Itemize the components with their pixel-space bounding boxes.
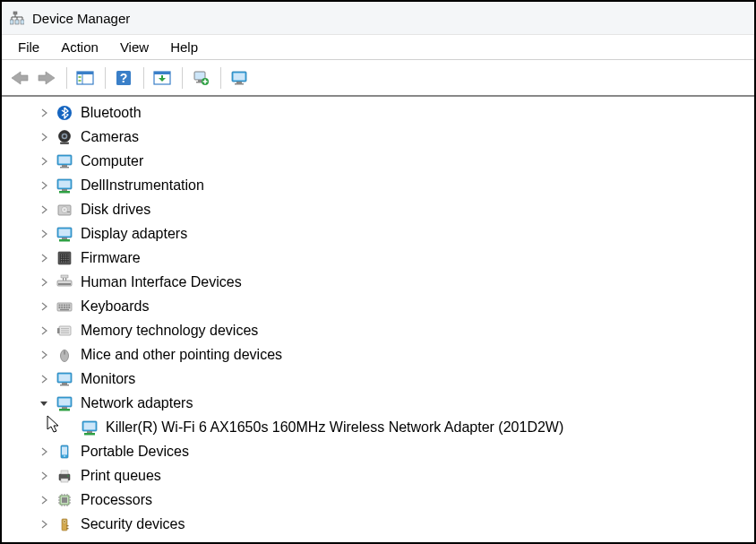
chevron-right-icon[interactable] <box>38 252 50 264</box>
menu-view[interactable]: View <box>109 38 159 56</box>
menubar: File Action View Help <box>2 35 754 60</box>
portable-icon <box>56 443 73 461</box>
tree-item-label: Bluetooth <box>81 105 142 121</box>
help-button[interactable]: ? <box>111 65 136 91</box>
bluetooth-icon <box>56 104 73 122</box>
chevron-right-icon[interactable] <box>38 155 50 168</box>
titlebar: Device Manager <box>2 2 754 35</box>
toolbar-separator <box>143 67 144 89</box>
toolbar-separator <box>105 67 106 89</box>
tree-item-label: Disk drives <box>81 202 150 218</box>
svg-rect-7 <box>15 20 19 24</box>
tree-item[interactable]: Keyboards <box>2 294 754 318</box>
chevron-right-icon[interactable] <box>38 470 50 482</box>
chevron-right-icon[interactable] <box>38 518 50 531</box>
tree-item-label: Killer(R) Wi-Fi 6 AX1650s 160MHz Wireles… <box>106 419 563 436</box>
monitor-net-icon <box>56 177 73 194</box>
tree-item-label: Print queues <box>81 468 161 484</box>
svg-rect-8 <box>21 20 24 24</box>
disk-icon <box>56 201 73 219</box>
chevron-right-icon[interactable] <box>38 349 50 361</box>
tree-item-label: Mice and other pointing devices <box>81 347 282 363</box>
tree-item[interactable]: Security devices <box>2 512 754 536</box>
security-icon <box>56 515 73 533</box>
chevron-right-icon[interactable] <box>38 107 50 119</box>
tree-item[interactable]: Print queues <box>2 463 754 488</box>
monitor-net-icon <box>56 225 73 243</box>
mouse-icon <box>56 346 73 364</box>
tree-item[interactable]: Human Interface Devices <box>2 270 754 294</box>
chevron-right-icon[interactable] <box>38 179 50 192</box>
monitor-net-icon <box>56 394 73 412</box>
svg-rect-17 <box>154 72 170 74</box>
tree-item-child[interactable]: Killer(R) Wi-Fi 6 AX1650s 160MHz Wireles… <box>2 415 754 439</box>
svg-rect-24 <box>234 73 245 80</box>
chevron-right-icon[interactable] <box>38 373 50 385</box>
svg-rect-26 <box>235 83 244 85</box>
app-icon <box>9 10 25 26</box>
tree-item-label: Human Interface Devices <box>81 274 242 290</box>
tree-item[interactable]: Memory technology devices <box>2 318 754 342</box>
tree-item-label: DellInstrumentation <box>81 177 204 194</box>
tree-item[interactable]: Bluetooth <box>2 100 754 125</box>
toolbar-separator <box>66 67 67 89</box>
tree-item[interactable]: Network adapters <box>2 391 754 415</box>
tree-item[interactable]: Display adapters <box>2 221 754 246</box>
chevron-down-icon[interactable] <box>38 397 50 410</box>
add-legacy-hardware-button[interactable] <box>188 65 213 91</box>
svg-rect-13 <box>79 80 82 82</box>
keyboard-icon <box>56 298 73 315</box>
printer-icon <box>56 467 73 485</box>
firmware-icon <box>56 249 73 267</box>
tree-item-label: Processors <box>81 492 152 508</box>
toggle-console-tree-button[interactable] <box>73 65 98 91</box>
tree-item-label: Keyboards <box>81 298 150 315</box>
tree-item[interactable]: DellInstrumentation <box>2 173 754 197</box>
svg-rect-0 <box>13 12 17 14</box>
toolbar-separator <box>220 67 221 89</box>
chevron-right-icon[interactable] <box>38 324 50 337</box>
tree-item-label: Cameras <box>81 129 139 145</box>
tree-item-label: Network adapters <box>81 395 193 411</box>
tree-item[interactable]: Mice and other pointing devices <box>2 342 754 367</box>
device-tree[interactable]: BluetoothCamerasComputerDellInstrumentat… <box>2 97 754 542</box>
chevron-right-icon[interactable] <box>38 445 50 458</box>
chevron-right-icon <box>63 421 75 434</box>
scan-hardware-button[interactable] <box>150 65 175 91</box>
chevron-right-icon[interactable] <box>38 300 50 313</box>
svg-rect-10 <box>77 72 93 74</box>
tree-item[interactable]: Monitors <box>2 367 754 391</box>
chevron-right-icon[interactable] <box>38 228 50 240</box>
svg-rect-12 <box>79 76 82 78</box>
chevron-right-icon[interactable] <box>38 276 50 289</box>
menu-help[interactable]: Help <box>159 38 209 56</box>
forward-button[interactable] <box>34 65 59 91</box>
tree-item[interactable]: Portable Devices <box>2 439 754 463</box>
cpu-icon <box>56 491 73 509</box>
camera-icon <box>56 128 73 146</box>
monitor-icon <box>56 152 73 170</box>
memory-icon <box>56 322 73 340</box>
menu-file[interactable]: File <box>7 38 50 56</box>
tree-item-label: Firmware <box>81 250 141 266</box>
tree-item-label: Security devices <box>81 516 185 532</box>
chevron-right-icon[interactable] <box>38 203 50 216</box>
tree-item-label: Memory technology devices <box>81 323 258 339</box>
tree-item[interactable]: Cameras <box>2 125 754 149</box>
back-button[interactable] <box>7 65 32 91</box>
tree-item[interactable]: Firmware <box>2 246 754 270</box>
tree-item[interactable]: Processors <box>2 488 754 512</box>
tree-item-label: Computer <box>81 153 143 169</box>
monitor-icon <box>56 370 73 388</box>
show-hidden-devices-button[interactable] <box>227 65 252 91</box>
menu-action[interactable]: Action <box>50 38 109 56</box>
svg-rect-20 <box>198 80 202 82</box>
hid-icon <box>56 273 73 291</box>
monitor-net-icon <box>81 419 99 436</box>
chevron-right-icon[interactable] <box>38 131 50 143</box>
chevron-right-icon[interactable] <box>38 494 50 506</box>
tree-item[interactable]: Disk drives <box>2 197 754 221</box>
tree-item[interactable]: Computer <box>2 149 754 173</box>
tree-item-label: Display adapters <box>81 226 187 242</box>
toolbar: ? <box>2 60 754 97</box>
